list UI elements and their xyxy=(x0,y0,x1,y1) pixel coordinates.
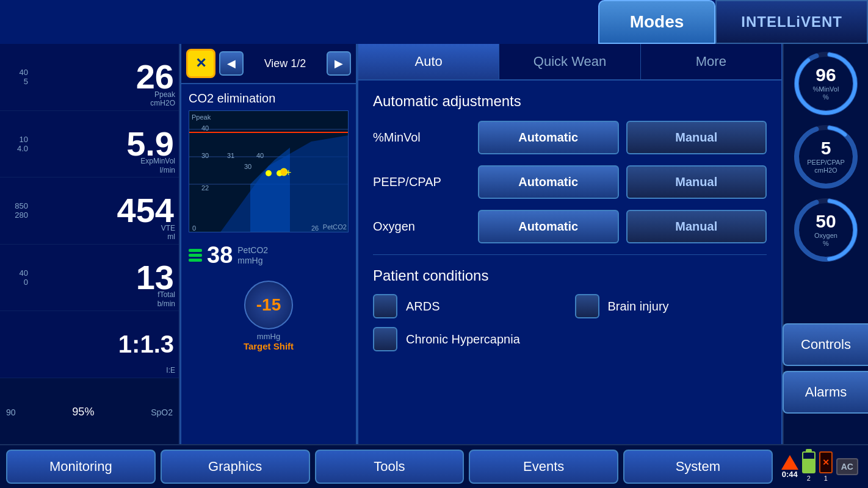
gauge-minvol-label: %MinVol% xyxy=(813,85,839,101)
ac-indicator: AC xyxy=(836,458,858,475)
vital-row-expminvol: 10 4.0 5.9 ExpMinVoll/min xyxy=(0,111,179,178)
adj-label-peep: PEEP/CPAP xyxy=(373,175,471,189)
gauge-peep-label: PEEP/CPAPcmH2O xyxy=(807,159,845,174)
ards-checkbox[interactable] xyxy=(373,294,397,318)
adj-label-oxygen: Oxygen xyxy=(373,220,471,234)
vte-value: 454 xyxy=(31,193,174,228)
close-button[interactable]: ✕ xyxy=(186,49,215,78)
alarm-time: 0:44 xyxy=(782,470,798,479)
adj-btn-minvol-manual[interactable]: Manual xyxy=(626,121,767,154)
panel-content: Automatic adjustments %MinVol Automatic … xyxy=(358,81,781,364)
right-panel: Auto Quick Wean More Automatic adjustmen… xyxy=(357,44,783,447)
adj-btn-oxygen-auto[interactable]: Automatic xyxy=(478,210,619,243)
nav-events[interactable]: Events xyxy=(469,450,618,484)
vital-row-ftotal: 40 0 13 fTotalb/min xyxy=(0,245,179,312)
nav-tools[interactable]: Tools xyxy=(315,450,465,484)
adjustment-row-oxygen: Oxygen Automatic Manual xyxy=(373,210,767,243)
brain-injury-label: Brain injury xyxy=(608,300,669,314)
svg-text:30: 30 xyxy=(244,163,251,170)
battery-bad-icon: ✕ xyxy=(819,451,833,473)
gauge-peep: 5 PEEP/CPAPcmH2O xyxy=(792,123,859,190)
adj-label-minvol: %MinVol xyxy=(373,131,471,145)
alarms-button[interactable]: Alarms xyxy=(783,371,868,414)
vitals-panel: 40 5 26 PpeakcmH2O 10 4.0 5.9 ExpMinVoll… xyxy=(0,44,180,447)
gauge-minvol-value: 96 xyxy=(816,66,836,84)
expminvol-value: 5.9 xyxy=(31,127,174,161)
nav-graphics[interactable]: Graphics xyxy=(161,450,310,484)
ards-label: ARDS xyxy=(406,300,440,314)
vital-row-spo2: 90 95% SpO2 xyxy=(0,378,179,447)
tabs-row: Auto Quick Wean More xyxy=(358,44,781,81)
co2-chart: Ppeak 40 30 31 40 30 22 xyxy=(189,110,349,232)
svg-text:30: 30 xyxy=(201,152,209,159)
top-bar: Modes INTELLiVENT xyxy=(598,0,868,44)
tab-more[interactable]: More xyxy=(641,44,781,79)
battery-count-2: 1 xyxy=(824,475,828,482)
target-shift-section: -15 mmHg Target Shift xyxy=(181,274,356,357)
petco2-reading: 38 PetCO2mmHg xyxy=(181,236,356,274)
target-shift-label: Target Shift xyxy=(244,341,294,351)
svg-text:26: 26 xyxy=(311,224,319,232)
petco2-unit: PetCO2mmHg xyxy=(237,245,268,266)
svg-text:31: 31 xyxy=(227,152,234,159)
condition-ards[interactable]: ARDS xyxy=(373,294,565,318)
ie-value: 1:1.3 xyxy=(31,332,174,356)
adj-btn-oxygen-manual[interactable]: Manual xyxy=(626,210,767,243)
gauge-peep-value: 5 xyxy=(821,139,831,157)
nav-system[interactable]: System xyxy=(623,450,773,484)
tab-quick-wean[interactable]: Quick Wean xyxy=(499,44,640,79)
vital-row-ppeak: 40 5 26 PpeakcmH2O xyxy=(0,44,179,111)
bottom-nav: Monitoring Graphics Tools Events System … xyxy=(0,444,868,488)
vital-row-ie: 1:1.3 I:E xyxy=(0,311,179,378)
gauge-minvol: 96 %MinVol% xyxy=(792,50,859,117)
patient-conditions-title: Patient conditions xyxy=(373,267,767,284)
adjustment-row-minvol: %MinVol Automatic Manual xyxy=(373,121,767,154)
nav-monitoring[interactable]: Monitoring xyxy=(6,450,156,484)
condition-chronic-hypercapnia[interactable]: Chronic Hypercapnia xyxy=(373,327,767,351)
co2-section: CO2 elimination Ppeak 40 30 31 40 30 xyxy=(181,84,356,236)
middle-panel: ✕ ◀ View 1/2 ▶ CO2 elimination Ppeak 40 xyxy=(180,44,357,447)
target-shift-unit: mmHg xyxy=(257,332,280,341)
svg-text:+: + xyxy=(286,167,291,178)
petco2-value: 38 xyxy=(207,242,233,268)
gauge-oxygen: 50 Oxygen% xyxy=(792,196,859,264)
brain-injury-checkbox[interactable] xyxy=(575,294,599,318)
ppeak-value: 26 xyxy=(31,60,174,94)
condition-brain-injury[interactable]: Brain injury xyxy=(575,294,767,318)
intellivent-label: INTELLiVENT xyxy=(715,0,868,44)
gauge-oxygen-value: 50 xyxy=(816,212,836,231)
view-nav: ✕ ◀ View 1/2 ▶ xyxy=(181,44,356,84)
svg-text:40: 40 xyxy=(256,152,264,159)
chronic-hypercapnia-checkbox[interactable] xyxy=(373,327,397,351)
battery-good-icon xyxy=(802,451,816,473)
co2-title: CO2 elimination xyxy=(189,92,349,106)
view-label: View 1/2 xyxy=(247,57,323,70)
tab-auto[interactable]: Auto xyxy=(358,44,499,79)
adjustment-row-peep: PEEP/CPAP Automatic Manual xyxy=(373,165,767,199)
conditions-grid: ARDS Brain injury xyxy=(373,294,767,318)
status-bar: 0:44 2 ✕ 1 AC xyxy=(778,448,862,486)
adjustments-title: Automatic adjustments xyxy=(373,93,767,110)
alarm-indicator: 0:44 xyxy=(781,455,798,479)
ftotal-value: 13 xyxy=(31,260,174,295)
modes-button[interactable]: Modes xyxy=(598,0,716,44)
adj-btn-peep-manual[interactable]: Manual xyxy=(626,165,767,199)
target-shift-circle[interactable]: -15 xyxy=(244,281,293,329)
svg-text:0: 0 xyxy=(192,224,196,232)
battery-count-1: 2 xyxy=(807,475,811,482)
adj-btn-minvol-auto[interactable]: Automatic xyxy=(478,121,619,154)
svg-point-12 xyxy=(266,170,272,176)
gauge-oxygen-label: Oxygen% xyxy=(814,232,837,248)
adj-btn-peep-auto[interactable]: Automatic xyxy=(478,165,619,199)
controls-button[interactable]: Controls xyxy=(783,323,868,366)
chronic-hypercapnia-label: Chronic Hypercapnia xyxy=(406,332,520,346)
svg-marker-5 xyxy=(250,148,290,232)
svg-text:40: 40 xyxy=(201,124,209,132)
vital-row-vte: 850 280 454 VTEml xyxy=(0,178,179,245)
svg-text:22: 22 xyxy=(201,184,209,192)
prev-view-button[interactable]: ◀ xyxy=(219,51,244,76)
next-view-button[interactable]: ▶ xyxy=(327,51,351,76)
